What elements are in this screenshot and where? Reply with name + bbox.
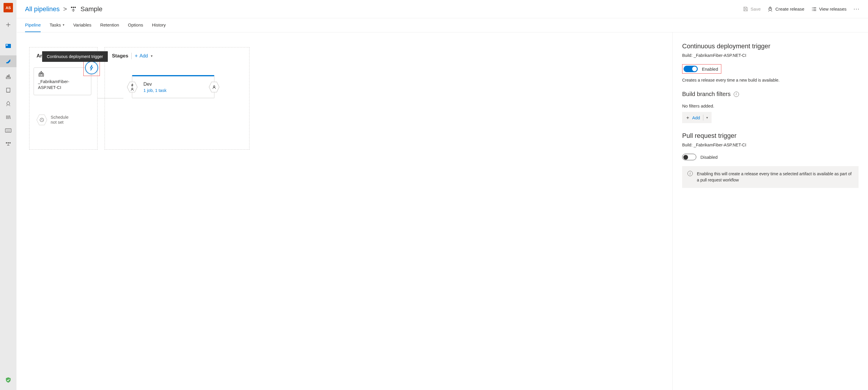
nav-library-icon[interactable] (4, 113, 12, 121)
cd-trigger-button[interactable] (85, 61, 98, 74)
cd-trigger-title: Continuous deployment trigger (682, 42, 859, 50)
info-icon[interactable]: i (734, 92, 739, 97)
svg-rect-15 (39, 73, 43, 76)
stages-title: Stages (112, 53, 128, 59)
nav-new-icon[interactable] (4, 21, 12, 29)
stage-jobs-link[interactable]: 1 job, 1 task (144, 88, 166, 93)
pipeline-name[interactable]: Sample (81, 5, 102, 13)
nav-status-icon[interactable] (4, 376, 12, 384)
cd-toggle[interactable] (684, 66, 698, 72)
lightning-small-icon (130, 83, 134, 87)
svg-rect-10 (9, 142, 10, 144)
info-icon: i (687, 171, 693, 176)
svg-rect-12 (73, 7, 74, 8)
cd-toggle-row: Enabled (682, 64, 721, 73)
create-release-button[interactable]: Create release (768, 6, 804, 12)
plus-icon: + (686, 115, 689, 120)
schedule-text: Schedulenot set (51, 115, 68, 125)
tab-tasks[interactable]: Tasks▾ (50, 18, 64, 32)
nav-repos-icon[interactable] (4, 72, 12, 81)
schedule-row[interactable]: Schedulenot set (36, 114, 93, 126)
tab-options[interactable]: Options (128, 18, 143, 32)
main: All pipelines > Sample Save Create relea… (17, 0, 868, 390)
pr-info-text: Enabling this will create a release ever… (697, 171, 853, 183)
clock-icon (39, 118, 44, 122)
chevron-down-icon: ▾ (151, 54, 153, 58)
person-small-icon (130, 88, 134, 91)
cd-description: Creates a release every time a new build… (682, 78, 859, 83)
tab-history[interactable]: History (152, 18, 166, 32)
pipeline-type-icon (70, 6, 77, 12)
rocket-icon (768, 6, 773, 12)
tabbar: Pipeline Tasks▾ Variables Retention Opti… (17, 18, 868, 32)
settings-panel: Continuous deployment trigger Build: _Fa… (673, 32, 868, 390)
svg-rect-3 (6, 77, 10, 79)
list-icon (811, 7, 817, 11)
pr-trigger-title: Pull request trigger (682, 132, 859, 140)
pr-build-label: Build: _FabrikamFiber-ASP.NET-CI (682, 143, 859, 147)
post-deploy-conditions[interactable] (209, 81, 219, 93)
svg-rect-6 (6, 88, 10, 92)
pr-toggle[interactable] (682, 154, 696, 160)
nav-rocket-icon[interactable] (4, 99, 12, 108)
stage-card[interactable]: Dev 1 job, 1 task (132, 75, 214, 98)
canvas: Continuous deployment trigger Artifacts … (17, 32, 673, 390)
top-actions: Save Create release View releases ··· (743, 6, 860, 12)
svg-rect-4 (7, 76, 8, 77)
pr-toggle-label: Disabled (701, 155, 717, 160)
nav-pipelines-icon[interactable] (0, 55, 17, 67)
cd-build-label: Build: _FabrikamFiber-ASP.NET-CI (682, 53, 859, 58)
nav-taskgroups-icon[interactable] (4, 140, 12, 148)
stages-box: Stages +Add▾ Dev 1 job (104, 47, 249, 150)
pr-toggle-row: Disabled (682, 154, 859, 160)
tab-retention[interactable]: Retention (100, 18, 119, 32)
svg-point-19 (132, 88, 133, 89)
svg-point-2 (6, 62, 7, 63)
divider (131, 53, 132, 59)
svg-rect-5 (8, 75, 9, 77)
build-icon (38, 71, 44, 77)
svg-point-20 (213, 85, 215, 87)
tab-pipeline[interactable]: Pipeline (25, 18, 41, 32)
chevron-down-icon: ▾ (63, 23, 64, 27)
save-icon (743, 6, 748, 11)
stages-add-button[interactable]: +Add▾ (134, 53, 153, 59)
nav-boards-icon[interactable] (4, 42, 12, 50)
plus-icon: + (134, 53, 138, 59)
svg-rect-8 (6, 142, 7, 144)
no-filters-text: No filters added. (682, 103, 859, 109)
artifacts-box: Artifacts +Add _FabrikamFiber-ASP.NET-CI (29, 47, 97, 150)
more-button[interactable]: ··· (854, 6, 860, 12)
chevron-down-icon[interactable]: ▾ (706, 116, 708, 120)
svg-point-14 (770, 8, 771, 8)
divider (703, 115, 703, 120)
pre-deploy-conditions[interactable] (127, 81, 137, 93)
add-filter-button[interactable]: + Add ▾ (682, 112, 712, 123)
view-releases-button[interactable]: View releases (811, 6, 846, 11)
topbar: All pipelines > Sample Save Create relea… (17, 0, 868, 18)
svg-rect-9 (8, 142, 9, 144)
tab-variables[interactable]: Variables (73, 18, 91, 32)
breadcrumb-sep: > (63, 5, 67, 13)
svg-rect-1 (6, 44, 8, 46)
artifact-name: _FabrikamFiber-ASP.NET-CI (38, 79, 88, 90)
svg-rect-17 (41, 72, 43, 73)
breadcrumb-root[interactable]: All pipelines (25, 5, 60, 13)
avatar[interactable]: AS (3, 3, 13, 12)
nav-keyboard-icon[interactable] (4, 127, 12, 135)
person-icon (212, 85, 216, 89)
artifact-card[interactable]: _FabrikamFiber-ASP.NET-CI (34, 67, 91, 95)
svg-rect-11 (71, 7, 72, 8)
lightning-icon (88, 64, 95, 71)
breadcrumb: All pipelines > Sample (25, 5, 102, 13)
svg-rect-7 (5, 129, 11, 132)
pr-info-box: i Enabling this will create a release ev… (682, 166, 859, 188)
schedule-hex (36, 114, 47, 126)
nav-testplans-icon[interactable] (4, 86, 12, 94)
save-button: Save (743, 6, 761, 11)
tooltip: Continuous deployment trigger (42, 51, 108, 62)
content: Continuous deployment trigger Artifacts … (17, 32, 868, 390)
svg-rect-16 (40, 72, 41, 73)
cd-toggle-label: Enabled (702, 66, 718, 71)
stage-name: Dev (144, 82, 166, 87)
